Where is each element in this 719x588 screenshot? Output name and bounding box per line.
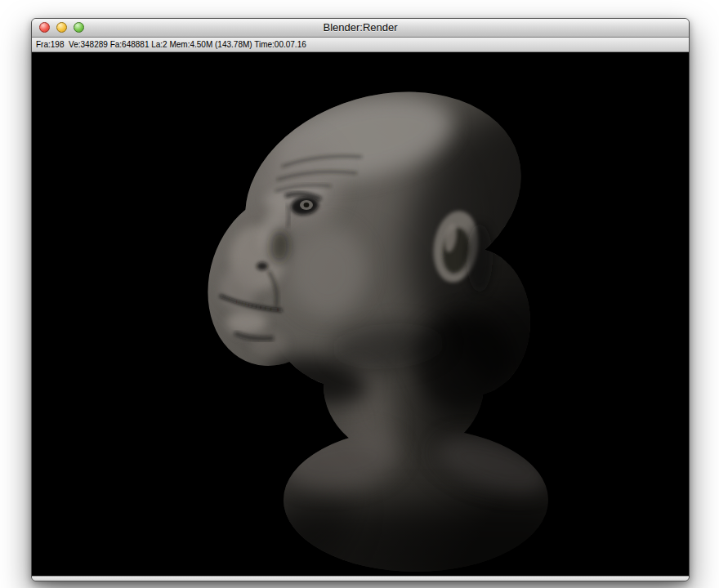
window-title: Blender:Render	[32, 19, 689, 37]
render-window: Blender:Render Fra:198 Ve:348289 Fa:6488…	[31, 18, 690, 581]
window-controls	[39, 22, 84, 33]
render-canvas	[32, 52, 689, 576]
close-button[interactable]	[39, 22, 50, 33]
window-bottom-edge[interactable]	[32, 576, 689, 581]
render-image	[32, 52, 689, 576]
window-titlebar[interactable]: Blender:Render	[32, 19, 689, 38]
render-stats-bar: Fra:198 Ve:348289 Fa:648881 La:2 Mem:4.5…	[32, 38, 689, 52]
desktop: { "window": { "title": "Blender:Render",…	[0, 0, 719, 588]
minimize-button[interactable]	[56, 22, 67, 33]
zoom-button[interactable]	[74, 22, 84, 33]
render-stats-text: Fra:198 Ve:348289 Fa:648881 La:2 Mem:4.5…	[36, 40, 306, 49]
